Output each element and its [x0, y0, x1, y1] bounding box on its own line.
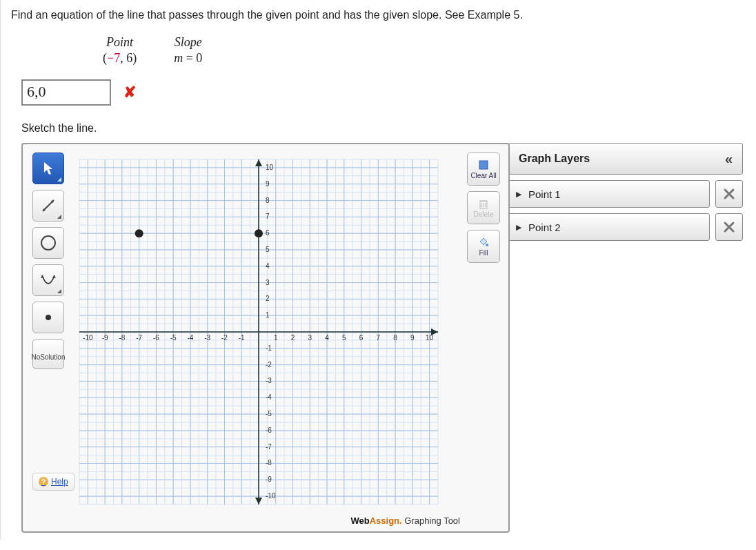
- svg-text:-9: -9: [266, 475, 272, 483]
- svg-text:-2: -2: [266, 361, 272, 369]
- help-icon: ?: [39, 477, 48, 487]
- circle-tool[interactable]: [32, 227, 64, 259]
- point-value: (−7, 6): [85, 51, 155, 66]
- equation-answer-input[interactable]: 6,0: [21, 79, 111, 106]
- coordinate-plane[interactable]: -10-9-8-7-6-5-4-3-2-112345678910-10-9-8-…: [72, 153, 445, 511]
- svg-text:6: 6: [266, 229, 270, 237]
- help-button[interactable]: ? Help: [32, 473, 74, 491]
- parabola-tool[interactable]: [32, 264, 64, 296]
- svg-marker-139: [255, 498, 262, 504]
- svg-text:-8: -8: [119, 334, 125, 342]
- incorrect-icon: ✘: [123, 84, 136, 101]
- collapse-panel-icon[interactable]: «: [725, 151, 733, 167]
- close-icon: [723, 221, 735, 233]
- expand-icon: ▶: [516, 190, 521, 199]
- svg-text:4: 4: [325, 334, 329, 342]
- delete-layer-1[interactable]: [715, 180, 743, 208]
- svg-text:8: 8: [393, 334, 397, 342]
- pointer-tool[interactable]: [32, 153, 64, 184]
- clear-all-button[interactable]: Clear All: [467, 153, 500, 186]
- svg-text:-8: -8: [266, 459, 272, 466]
- sketch-prompt: Sketch the line.: [21, 122, 746, 135]
- svg-text:1: 1: [266, 311, 270, 319]
- svg-text:-4: -4: [187, 334, 193, 342]
- svg-text:3: 3: [308, 334, 312, 342]
- layer-point-2[interactable]: ▶ Point 2: [508, 213, 710, 241]
- svg-text:7: 7: [266, 213, 270, 220]
- svg-text:5: 5: [266, 246, 270, 253]
- fill-button[interactable]: Fill: [467, 230, 500, 263]
- layer-point-1[interactable]: ▶ Point 1: [508, 180, 710, 208]
- svg-text:-1: -1: [266, 344, 272, 352]
- svg-text:-4: -4: [266, 393, 272, 401]
- point-header: Point: [85, 35, 155, 50]
- graph-layers-header[interactable]: Graph Layers «: [508, 143, 743, 175]
- svg-marker-138: [255, 159, 262, 166]
- svg-text:-3: -3: [266, 377, 272, 384]
- svg-text:-3: -3: [204, 334, 210, 342]
- svg-point-3: [41, 236, 55, 250]
- clear-icon: [478, 159, 489, 170]
- svg-text:10: 10: [266, 164, 274, 171]
- svg-text:9: 9: [266, 180, 270, 188]
- svg-point-6: [46, 315, 51, 320]
- svg-text:-5: -5: [266, 410, 272, 418]
- svg-text:10: 10: [426, 334, 434, 342]
- svg-text:-5: -5: [170, 334, 177, 342]
- svg-text:4: 4: [266, 262, 270, 270]
- svg-text:-2: -2: [221, 334, 228, 342]
- no-solution-button[interactable]: NoSolution: [32, 339, 64, 369]
- graphing-tool-credit: WebAssign. Graphing Tool: [32, 511, 499, 529]
- svg-text:1: 1: [274, 334, 278, 342]
- svg-text:2: 2: [291, 334, 295, 342]
- slope-header: Slope: [156, 35, 220, 50]
- given-data-table: Point Slope (−7, 6) m = 0: [83, 34, 221, 67]
- line-tool[interactable]: [32, 190, 64, 222]
- svg-text:-9: -9: [102, 334, 108, 342]
- point-tool[interactable]: [32, 302, 64, 333]
- svg-text:3: 3: [266, 279, 270, 286]
- fill-icon: [478, 237, 489, 248]
- slope-value: m = 0: [156, 51, 220, 66]
- expand-icon: ▶: [516, 223, 521, 232]
- graphing-tool-container: NoSolution ? Help -10-9-8-7-6-5-4-3-2-11…: [21, 143, 510, 533]
- draw-toolbar: NoSolution ? Help: [32, 153, 68, 511]
- svg-text:7: 7: [377, 334, 381, 342]
- svg-text:-1: -1: [239, 334, 245, 342]
- svg-text:-7: -7: [266, 443, 272, 451]
- svg-text:-7: -7: [136, 334, 142, 342]
- close-icon: [723, 188, 735, 200]
- trash-icon: [478, 198, 489, 209]
- svg-text:-10: -10: [266, 492, 276, 500]
- svg-point-188: [486, 244, 488, 246]
- svg-text:5: 5: [342, 334, 346, 342]
- svg-point-180: [135, 229, 143, 237]
- svg-text:-6: -6: [153, 334, 159, 342]
- delete-button[interactable]: Delete: [467, 191, 500, 224]
- svg-point-181: [255, 229, 263, 237]
- svg-rect-182: [479, 161, 488, 169]
- svg-text:8: 8: [266, 197, 270, 204]
- svg-text:2: 2: [266, 295, 270, 302]
- svg-text:9: 9: [410, 334, 415, 342]
- question-text: Find an equation of the line that passes…: [11, 9, 746, 21]
- delete-layer-2[interactable]: [715, 213, 743, 241]
- svg-text:-6: -6: [266, 426, 272, 434]
- svg-text:-10: -10: [83, 334, 93, 342]
- svg-text:6: 6: [359, 334, 364, 342]
